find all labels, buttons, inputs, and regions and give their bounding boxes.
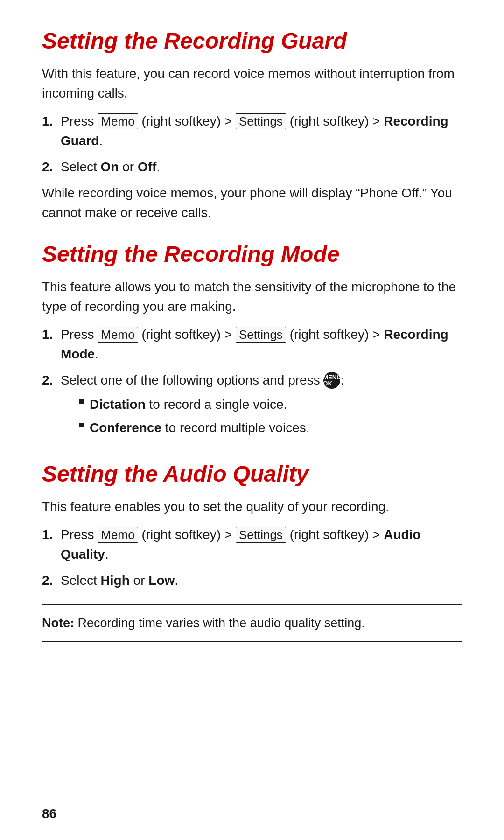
note-text: Note: Recording time varies with the aud…: [42, 614, 462, 633]
settings-key: Settings: [236, 113, 286, 129]
step-item: 2. Select On or Off.: [42, 157, 462, 177]
step-content: Select one of the following options and …: [61, 371, 462, 442]
section-title-audio-quality: Setting the Audio Quality: [42, 461, 462, 487]
section-intro-recording-mode: This feature allows you to match the sen…: [42, 277, 462, 316]
step-number: 2.: [42, 371, 57, 390]
step-content: Select On or Off.: [61, 157, 462, 177]
bullet-square-icon: [79, 399, 84, 404]
section-title-recording-mode: Setting the Recording Mode: [42, 241, 462, 267]
dictation-label: Dictation: [90, 397, 146, 412]
settings-key: Settings: [236, 327, 286, 343]
bullet-square-icon: [79, 423, 84, 427]
note-body: Recording time varies with the audio qua…: [74, 616, 365, 630]
step-content: Press Memo (right softkey) > Settings (r…: [61, 325, 462, 364]
note-box: Note: Recording time varies with the aud…: [42, 604, 462, 642]
step-content: Select High or Low.: [61, 571, 462, 590]
recording-guard-steps: 1. Press Memo (right softkey) > Settings…: [42, 112, 462, 177]
step-number: 1.: [42, 112, 57, 131]
bullet-item-conference: Conference to record multiple voices.: [79, 418, 462, 438]
high-option: High: [101, 573, 130, 588]
conference-label: Conference: [90, 420, 161, 435]
audio-quality-steps: 1. Press Memo (right softkey) > Settings…: [42, 525, 462, 590]
step-item: 1. Press Memo (right softkey) > Settings…: [42, 325, 462, 364]
note-label: Note:: [42, 616, 74, 630]
step-item: 1. Press Memo (right softkey) > Settings…: [42, 112, 462, 151]
section-title-recording-guard: Setting the Recording Guard: [42, 28, 462, 54]
section-intro-audio-quality: This feature enables you to set the qual…: [42, 497, 462, 517]
page-content: Setting the Recording Guard With this fe…: [0, 0, 504, 679]
off-option: Off: [138, 160, 156, 174]
menu-ok-icon: MENUOK: [323, 372, 340, 389]
memo-key: Memo: [98, 527, 138, 543]
step-number: 1.: [42, 525, 57, 545]
low-option: Low: [148, 573, 175, 588]
page-number: 86: [42, 806, 56, 821]
recording-guard-footer: While recording voice memos, your phone …: [42, 183, 462, 223]
bullet-text: Dictation to record a single voice.: [90, 395, 287, 414]
on-option: On: [101, 160, 119, 174]
menu-icon-text: MENUOK: [323, 374, 341, 386]
section-intro-recording-guard: With this feature, you can record voice …: [42, 64, 462, 103]
step-item: 2. Select High or Low.: [42, 571, 462, 590]
step-content: Press Memo (right softkey) > Settings (r…: [61, 525, 462, 564]
step-number: 2.: [42, 571, 57, 590]
memo-key: Memo: [98, 113, 138, 129]
step-item: 2. Select one of the following options a…: [42, 371, 462, 442]
settings-key: Settings: [236, 527, 286, 543]
step-content: Press Memo (right softkey) > Settings (r…: [61, 112, 462, 151]
step-number: 1.: [42, 325, 57, 344]
bullet-text: Conference to record multiple voices.: [90, 418, 310, 438]
recording-mode-steps: 1. Press Memo (right softkey) > Settings…: [42, 325, 462, 442]
step-number: 2.: [42, 157, 57, 177]
step-item: 1. Press Memo (right softkey) > Settings…: [42, 525, 462, 564]
bullet-item-dictation: Dictation to record a single voice.: [79, 395, 462, 414]
memo-key: Memo: [98, 327, 138, 343]
recording-mode-bullets: Dictation to record a single voice. Conf…: [79, 395, 462, 438]
